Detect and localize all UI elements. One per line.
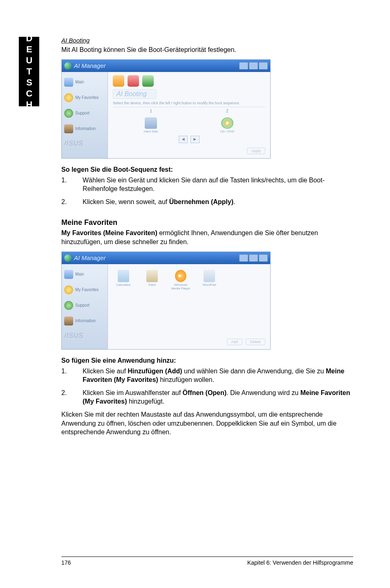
sidebar-support-icon bbox=[64, 301, 73, 310]
toolbar-icon-1[interactable] bbox=[113, 75, 124, 87]
window-titlebar: AI Manager bbox=[62, 252, 270, 264]
sidebar-item-favorites[interactable]: My Favorites bbox=[62, 282, 108, 298]
favorite-label: WordPad bbox=[202, 283, 216, 287]
maximize-icon[interactable] bbox=[249, 62, 258, 70]
sidebar-item-support[interactable]: Support bbox=[62, 298, 108, 313]
apply-button[interactable]: Apply bbox=[247, 148, 265, 154]
sidebar-item-label: My Favorites bbox=[75, 287, 99, 292]
sidebar-item-label: Main bbox=[75, 272, 84, 276]
vendor-logo: /ISUS bbox=[62, 329, 108, 343]
favorites-step-2: Klicken Sie im Auswahlfenster auf Öffnen… bbox=[61, 388, 353, 406]
close-icon[interactable] bbox=[259, 254, 268, 262]
favorite-app-wordpad[interactable]: WordPad bbox=[199, 270, 220, 287]
text: Klicken Sie, wenn soweit, auf bbox=[83, 198, 169, 205]
chapter-title: Kapitel 6: Verwenden der Hilfsprogramme bbox=[247, 559, 353, 566]
text-bold: My Favorites (Meine Favoriten) bbox=[61, 229, 157, 236]
favorites-closing: Klicken Sie mit der rechten Maustaste au… bbox=[61, 410, 353, 437]
delete-button[interactable]: Delete bbox=[246, 339, 265, 345]
sidebar-information-icon bbox=[64, 316, 73, 325]
favorite-label: Calculator bbox=[116, 283, 131, 287]
sidebar-main-icon bbox=[64, 78, 73, 87]
ai-booting-intro: Mit AI Booting können Sie die Boot-Gerät… bbox=[61, 45, 353, 54]
favorite-app-paint[interactable]: Paint bbox=[141, 270, 163, 287]
maximize-icon[interactable] bbox=[249, 254, 258, 262]
minimize-icon[interactable] bbox=[239, 254, 248, 262]
favorites-intro: My Favorites (Meine Favoriten) ermöglich… bbox=[61, 229, 353, 246]
boot-step-1: Wählen Sie ein Gerät und klicken Sie dan… bbox=[61, 176, 353, 193]
device-label: Hard Disk bbox=[144, 130, 158, 133]
window-title: AI Manager bbox=[74, 254, 106, 261]
favorites-grid: Calculator Paint Windows Media Player bbox=[113, 267, 265, 334]
text: Klicken Sie auf bbox=[83, 368, 128, 375]
boot-steps-list: Wählen Sie ein Gerät und klicken Sie dan… bbox=[61, 176, 353, 206]
toolbar bbox=[113, 75, 265, 87]
sidebar-item-favorites[interactable]: My Favorites bbox=[62, 90, 108, 105]
device-label: CD / DVD bbox=[220, 130, 234, 133]
favorites-steps-title: So fügen Sie eine Anwendung hinzu: bbox=[61, 357, 353, 364]
sidebar-item-support[interactable]: Support bbox=[62, 105, 108, 121]
media-player-icon bbox=[175, 270, 186, 282]
text-bold: Hinzufügen (Add) bbox=[128, 368, 182, 375]
favorite-label: Paint bbox=[148, 283, 156, 287]
favorites-steps-list: Klicken Sie auf Hinzufügen (Add) und wäh… bbox=[61, 367, 353, 406]
text: . Die Anwendung wird zu bbox=[226, 389, 300, 396]
boot-device-cddvd[interactable]: CD / DVD bbox=[220, 117, 234, 133]
sidebar-item-label: Information bbox=[75, 126, 96, 131]
main-panel: AI Booting Select the device, then click… bbox=[108, 72, 270, 158]
text-bold: Übernehmen (Apply) bbox=[169, 198, 233, 205]
sidebar: Main My Favorites Support Information bbox=[62, 264, 108, 349]
sidebar-item-information[interactable]: Information bbox=[62, 121, 108, 137]
boot-col-2: 2 bbox=[189, 107, 266, 115]
page-body: AI Booting Mit AI Booting können Sie die… bbox=[0, 0, 390, 588]
toolbar-icon-3[interactable] bbox=[142, 75, 154, 87]
sidebar-item-label: Main bbox=[75, 80, 84, 84]
favorites-heading: Meine Favoriten bbox=[61, 218, 353, 227]
close-icon[interactable] bbox=[259, 62, 268, 70]
panel-hint: Select the device, then click the left /… bbox=[113, 101, 265, 105]
move-left-button[interactable]: ◄ bbox=[179, 136, 188, 143]
sidebar-support-icon bbox=[64, 109, 73, 118]
add-button[interactable]: Add bbox=[227, 339, 242, 345]
text-bold: Öffnen (Open) bbox=[183, 389, 227, 396]
ai-manager-window-booting: AI Manager Main My Favorites bbox=[61, 59, 271, 159]
sidebar-item-main[interactable]: Main bbox=[62, 267, 108, 282]
sidebar-favorites-icon bbox=[64, 93, 73, 102]
boot-step-2: Klicken Sie, wenn soweit, auf Übernehmen… bbox=[61, 197, 353, 206]
sidebar-main-icon bbox=[64, 270, 73, 279]
favorites-step-1: Klicken Sie auf Hinzufügen (Add) und wäh… bbox=[61, 367, 353, 384]
vendor-logo: /ISUS bbox=[62, 137, 108, 151]
page-footer: 176 Kapitel 6: Verwenden der Hilfsprogra… bbox=[61, 557, 353, 566]
main-panel: Calculator Paint Windows Media Player bbox=[108, 264, 270, 349]
text: und wählen Sie dann die Anwendung, die S… bbox=[182, 368, 326, 375]
toolbar-icon-2[interactable] bbox=[128, 75, 139, 87]
boot-col-1: 1 bbox=[113, 107, 189, 115]
app-logo-icon bbox=[64, 254, 72, 262]
text: hinzugefügt. bbox=[127, 398, 164, 405]
sidebar-item-information[interactable]: Information bbox=[62, 313, 108, 329]
sidebar-favorites-icon bbox=[64, 285, 73, 294]
window-titlebar: AI Manager bbox=[62, 60, 270, 72]
minimize-icon[interactable] bbox=[239, 62, 248, 70]
window-title: AI Manager bbox=[74, 62, 106, 69]
text: Klicken Sie im Auswahlfenster auf bbox=[83, 389, 183, 396]
app-logo-icon bbox=[64, 62, 72, 70]
favorite-app-calculator[interactable]: Calculator bbox=[113, 270, 134, 287]
panel-title: AI Booting bbox=[113, 89, 156, 99]
sidebar-item-label: Support bbox=[75, 111, 90, 115]
sidebar-item-main[interactable]: Main bbox=[62, 74, 108, 90]
move-right-button[interactable]: ► bbox=[191, 136, 199, 143]
wordpad-icon bbox=[204, 270, 215, 282]
ai-manager-window-favorites: AI Manager Main My Favorites bbox=[61, 251, 271, 350]
sidebar-information-icon bbox=[64, 124, 73, 133]
cddvd-icon bbox=[221, 117, 233, 129]
text: hinzufügen wollen. bbox=[158, 376, 214, 383]
favorite-app-wmp[interactable]: Windows Media Player bbox=[170, 270, 191, 290]
sidebar-item-label: Support bbox=[75, 303, 90, 307]
sidebar: Main My Favorites Support Information bbox=[62, 72, 108, 158]
sidebar-item-label: My Favorites bbox=[75, 95, 99, 100]
calculator-icon bbox=[118, 270, 129, 282]
text: . bbox=[233, 198, 235, 205]
harddisk-icon bbox=[145, 117, 157, 129]
favorite-label: Windows Media Player bbox=[171, 283, 191, 290]
boot-device-harddisk[interactable]: Hard Disk bbox=[144, 117, 158, 133]
